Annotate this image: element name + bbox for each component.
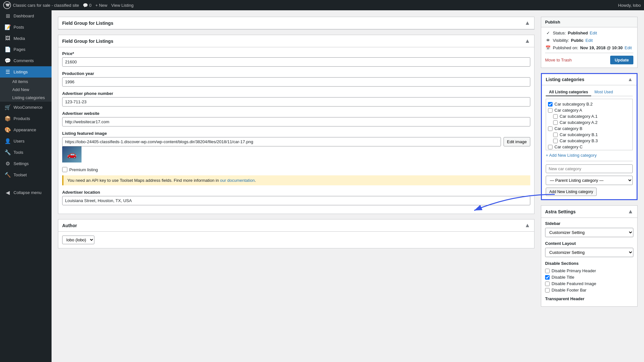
submenu-all-items[interactable]: All items (0, 78, 52, 86)
add-new-listing-category-button[interactable]: Add New Listing category (546, 188, 597, 196)
sidebar-listings-top[interactable]: ☰ Listings (0, 66, 52, 78)
disable-footer-bar-checkbox[interactable] (545, 288, 550, 292)
disable-primary-header-checkbox[interactable] (545, 269, 550, 273)
cat-checkbox-cat-c[interactable] (548, 145, 553, 149)
admin-sidebar: ⊞ Dashboard 📝 Posts 🖼 Media 📄 Pages 💬 Co… (0, 10, 52, 362)
cat-checkbox-sub-a2[interactable] (553, 120, 558, 125)
add-new-category-link[interactable]: + Add New Listing category (546, 153, 633, 158)
featured-image-input[interactable] (62, 137, 501, 146)
field-group-toggle-top[interactable]: ▲ (524, 20, 530, 26)
sidebar-label-listings: Listings (14, 70, 28, 74)
status-edit-link[interactable]: Edit (590, 31, 597, 35)
tab-most-used[interactable]: Most Used (591, 88, 616, 96)
cat-checkbox-sub-b1[interactable] (553, 133, 558, 137)
view-listing-link[interactable]: View Listing (111, 3, 133, 8)
website-input[interactable] (62, 117, 530, 126)
sidebar-item-comments[interactable]: 💬 Comments (0, 55, 52, 66)
publish-actions: Move to Trash Update (545, 53, 633, 64)
production-year-input[interactable] (62, 77, 530, 87)
howdy-text: Howdy, lobo (618, 3, 641, 8)
sidebar-label-settings: Settings (14, 161, 29, 166)
sidebar-item-users[interactable]: 👤 Users (0, 135, 52, 147)
status-row: ✓ Status: Published Edit (545, 31, 633, 35)
sidebar-label-tools: Tools (14, 150, 23, 155)
premium-checkbox[interactable] (62, 167, 67, 172)
sidebar-item-tools[interactable]: 🔧 Tools (0, 147, 52, 158)
status-value: Published (568, 31, 588, 35)
field-group-header[interactable]: Field Group for Listings ▲ (58, 35, 534, 47)
sidebar-item-posts[interactable]: 📝 Posts (0, 22, 52, 33)
phone-input[interactable] (62, 97, 530, 107)
sidebar-item-media[interactable]: 🖼 Media (0, 33, 52, 44)
sidebar-item-appearance[interactable]: 🎨 Appearance (0, 124, 52, 135)
price-input[interactable] (62, 57, 530, 67)
published-edit-link[interactable]: Edit (625, 45, 632, 50)
submenu-listing-categories[interactable]: Listing categories (0, 94, 52, 102)
cat-item-sub-a2: Car subcategory A.2 (548, 119, 630, 125)
location-field: Advertiser location (62, 190, 530, 205)
sidebar-label-toolset: Toolset (14, 172, 27, 177)
sidebar-section: Sidebar Customizer Setting (545, 221, 633, 237)
field-group-box: Field Group for Listings ▲ Price* Produc… (58, 35, 534, 214)
visibility-label: Visibility: (553, 38, 569, 43)
edit-image-button[interactable]: Edit image (504, 137, 530, 146)
update-button[interactable]: Update (610, 56, 633, 64)
astra-settings-header[interactable]: Astra Settings ▲ (541, 206, 637, 218)
listing-categories-header[interactable]: Listing categories ▲ (542, 74, 637, 85)
listing-categories-toggle[interactable]: ▲ (628, 77, 633, 82)
cat-item-cat-c: Car category C (548, 144, 630, 150)
comments-icon: 💬 (5, 58, 11, 64)
parent-category-select[interactable]: — Parent Listing category — (546, 176, 633, 185)
location-input[interactable] (62, 196, 530, 205)
pages-icon: 📄 (5, 46, 11, 52)
cat-checkbox-sub-b2[interactable] (548, 102, 553, 107)
sidebar-label-posts: Posts (14, 25, 24, 30)
publish-box-body: ✓ Status: Published Edit 👁 Visibility: P… (541, 27, 637, 68)
disable-featured-image-checkbox[interactable] (545, 282, 550, 286)
new-category-input[interactable] (546, 164, 633, 173)
tab-all-categories[interactable]: All Listing categories (546, 88, 591, 96)
posts-icon: 📝 (5, 24, 11, 30)
field-group-toggle[interactable]: ▲ (524, 38, 530, 44)
sidebar-item-settings[interactable]: ⚙ Settings (0, 158, 52, 169)
astra-toggle[interactable]: ▲ (628, 208, 633, 215)
cat-checkbox-sub-b3[interactable] (553, 139, 558, 143)
users-icon: 👤 (5, 138, 11, 144)
disable-title-checkbox[interactable] (545, 275, 550, 280)
author-body: lobo (lobo) (58, 232, 534, 248)
sidebar-item-products[interactable]: 📦 Products (0, 113, 52, 124)
author-header[interactable]: Author ▲ (58, 219, 534, 232)
publish-title: Publish (545, 20, 560, 24)
sidebar-select[interactable]: Customizer Setting (545, 228, 633, 237)
author-title: Author (62, 223, 77, 228)
listing-categories-box: Listing categories ▲ All Listing categor… (541, 73, 638, 200)
cat-checkbox-cat-a[interactable] (548, 108, 553, 113)
content-layout-select[interactable]: Customizer Setting (545, 248, 633, 257)
notice-link[interactable]: our documentation (220, 178, 255, 183)
move-to-trash-button[interactable]: Move to Trash (545, 58, 572, 62)
sidebar-item-collapse[interactable]: ◀ Collapse menu (0, 187, 52, 198)
sidebar-item-pages[interactable]: 📄 Pages (0, 44, 52, 55)
sidebar-label-comments: Comments (14, 58, 34, 63)
site-name[interactable]: Classic cars for sale - classified site (13, 3, 79, 8)
cat-checkbox-sub-a1[interactable] (553, 114, 558, 119)
premium-label: Premium listing (69, 167, 98, 172)
new-button[interactable]: + New (95, 3, 107, 8)
author-select[interactable]: lobo (lobo) (62, 236, 94, 244)
published-label: Published on: (553, 45, 578, 50)
disable-sections-title: Disable Sections (545, 261, 633, 266)
field-group-header-top[interactable]: Field Group for Listings ▲ (58, 17, 534, 29)
cat-checkbox-cat-b[interactable] (548, 126, 553, 131)
author-toggle[interactable]: ▲ (524, 222, 530, 229)
submenu-add-new[interactable]: Add New (0, 86, 52, 94)
sidebar-item-toolset[interactable]: 🔨 Toolset (0, 169, 52, 181)
sidebar-item-dashboard[interactable]: ⊞ Dashboard (0, 10, 52, 22)
comments-count[interactable]: 💬 0 (83, 3, 91, 8)
sidebar-label-products: Products (14, 116, 30, 121)
visibility-edit-link[interactable]: Edit (585, 38, 592, 43)
sidebar-label-dashboard: Dashboard (14, 14, 34, 18)
cat-label-sub-b3: Car subcategory B.3 (560, 138, 598, 143)
api-key-notice: You need an API key to use Toolset Maps … (62, 175, 530, 185)
sidebar-item-woocommerce[interactable]: 🛒 WooCommerce (0, 102, 52, 113)
cat-label-sub-a1: Car subcategory A.1 (560, 114, 598, 119)
